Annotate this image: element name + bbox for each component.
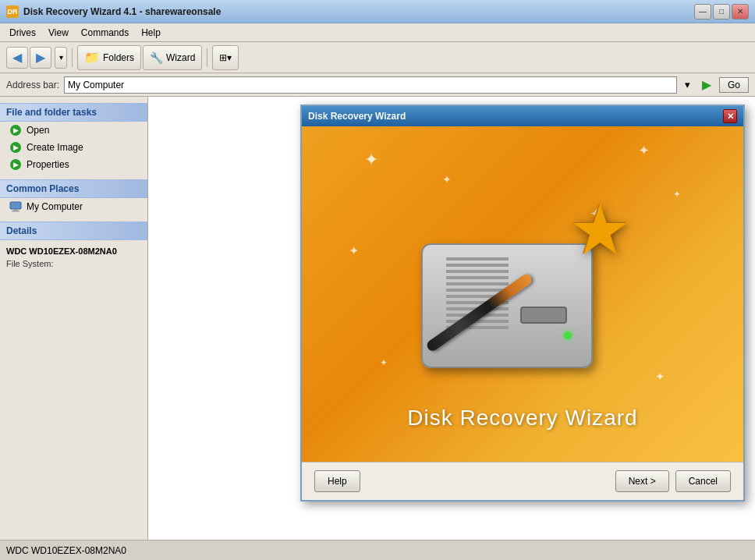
wizard-content: ✦ ✦ ✦ ✦ ✦ ✦ ✦ ✦ [302,126,743,462]
sidebar-item-open[interactable]: ▶ Open [0,122,147,139]
properties-arrow-icon: ▶ [9,158,22,171]
create-image-arrow-icon: ▶ [9,141,22,154]
menu-view[interactable]: View [42,26,75,40]
folder-icon: 📁 [84,50,100,65]
open-arrow-icon: ▶ [9,124,22,136]
sidebar: File and folder tasks ▶ Open ▶ Create Im… [0,97,148,540]
status-text: WDC WD10EZEX-08M2NA0 [6,545,126,556]
title-bar: DR Disk Recovery Wizard 4.1 - sharewareo… [0,0,755,23]
hdd-led [564,331,572,339]
address-bar: Address bar: ▾ ▶ Go [0,73,755,97]
views-button[interactable]: ⊞▾ [212,45,239,70]
folders-button[interactable]: 📁 Folders [77,45,141,70]
address-dropdown[interactable]: ▾ [682,79,694,91]
computer-icon [9,200,22,213]
next-button[interactable]: Next > [615,470,669,492]
cancel-button[interactable]: Cancel [675,470,731,492]
go-button[interactable]: Go [719,77,749,93]
sparkle-4: ✦ [673,189,681,200]
sparkle-8: ✦ [655,370,665,384]
details-header: Details [0,222,147,240]
sidebar-item-create-image[interactable]: ▶ Create Image [0,139,147,156]
wizard-title-text: Disk Recovery Wizard [308,111,723,122]
hdd-slot [520,307,567,324]
star-icon: ★ [569,189,632,271]
wizard-icon: 🔧 [150,51,163,64]
wizard-close-button[interactable]: ✕ [723,109,737,123]
details-section: Details WDC WD10EZEX-08M2NA0 File System… [0,222,147,275]
toolbar-separator-2 [207,48,207,67]
window-controls: — □ ✕ [694,4,749,19]
hdd-body [421,243,593,368]
maximize-button[interactable]: □ [713,4,730,19]
sidebar-item-properties[interactable]: ▶ Properties [0,156,147,173]
svg-rect-1 [13,209,18,211]
wizard-footer: Help Next > Cancel [302,462,743,500]
common-places-header: Common Places [0,179,147,198]
main-area: File and folder tasks ▶ Open ▶ Create Im… [0,97,755,540]
sidebar-item-my-computer[interactable]: My Computer [0,198,147,215]
content-area: Disk Recovery Wizard ✕ ✦ ✦ ✦ ✦ ✦ ✦ ✦ ✦ [148,97,755,540]
back-button[interactable]: ◀ [6,47,28,69]
wizard-caption: Disk Recovery Wizard [302,406,743,431]
sparkle-7: ✦ [380,357,388,368]
toolbar: ◀ ▶ ▾ 📁 Folders 🔧 Wizard ⊞▾ [0,42,755,73]
svg-rect-2 [12,211,19,212]
dropdown-button[interactable]: ▾ [55,47,67,69]
sparkle-3: ✦ [638,142,650,159]
common-places-section: Common Places My Computer [0,179,147,215]
app-icon: DR [6,5,19,18]
address-input[interactable] [64,76,677,94]
address-label: Address bar: [6,80,59,90]
menu-commands[interactable]: Commands [75,26,135,40]
fs-label: File System: [6,259,141,268]
wizard-image-area: ✦ ✦ ✦ ✦ ✦ ✦ ✦ ✦ [302,126,743,462]
forward-button[interactable]: ▶ [30,47,51,69]
toolbar-separator-1 [72,48,73,67]
file-tasks-header: File and folder tasks [0,103,147,122]
sparkle-1: ✦ [364,150,378,170]
wizard-button[interactable]: 🔧 Wizard [143,45,202,70]
wizard-title-bar: Disk Recovery Wizard ✕ [302,106,743,126]
menu-bar: Drives View Commands Help [0,23,755,42]
title-bar-text: Disk Recovery Wizard 4.1 - sharewareonsa… [23,6,694,17]
file-tasks-section: File and folder tasks ▶ Open ▶ Create Im… [0,103,147,173]
status-bar: WDC WD10EZEX-08M2NA0 [0,540,755,560]
sparkle-5: ✦ [349,243,359,258]
svg-rect-0 [10,202,21,209]
drive-name: WDC WD10EZEX-08M2NA0 [6,246,141,256]
menu-help[interactable]: Help [135,26,167,40]
wizard-dialog: Disk Recovery Wizard ✕ ✦ ✦ ✦ ✦ ✦ ✦ ✦ ✦ [300,105,745,502]
menu-drives[interactable]: Drives [3,26,42,40]
address-go-icon: ▶ [699,77,714,93]
help-button[interactable]: Help [314,470,360,492]
minimize-button[interactable]: — [694,4,711,19]
hdd-illustration: ★ [406,181,640,384]
close-button[interactable]: ✕ [732,4,749,19]
